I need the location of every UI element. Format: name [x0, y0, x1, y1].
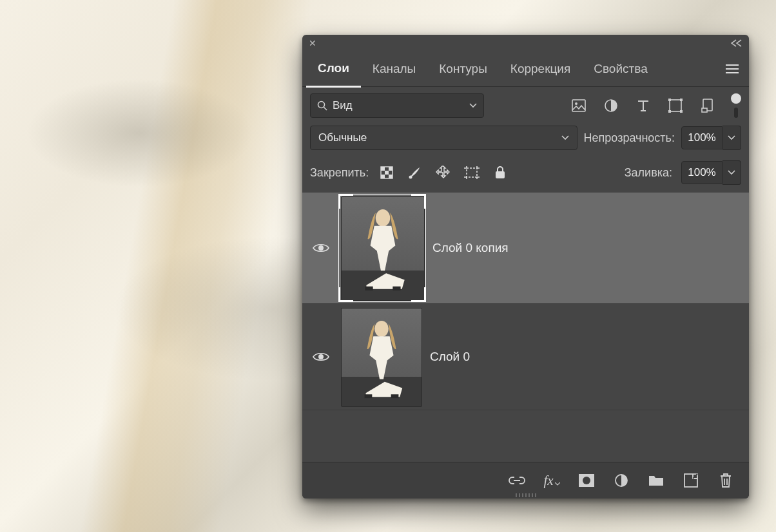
svg-line-1: [324, 108, 327, 111]
svg-rect-27: [365, 394, 373, 398]
filter-type-icon[interactable]: [632, 94, 655, 117]
svg-rect-9: [680, 110, 683, 113]
visibility-icon[interactable]: [310, 242, 332, 254]
collapse-icon[interactable]: [731, 39, 742, 47]
fill-value[interactable]: 100%: [681, 161, 723, 184]
panel-tabs: Слои Каналы Контуры Коррекция Свойства: [302, 52, 749, 87]
opacity-field[interactable]: 100%: [681, 126, 741, 150]
svg-rect-7: [680, 99, 683, 101]
svg-point-0: [318, 102, 325, 108]
svg-point-26: [374, 321, 389, 337]
svg-rect-15: [385, 171, 389, 175]
tab-label: Свойства: [594, 62, 647, 76]
svg-rect-11: [702, 108, 707, 112]
svg-rect-2: [572, 100, 585, 111]
fill-label: Заливка:: [625, 166, 672, 180]
fill-field[interactable]: 100%: [681, 160, 741, 185]
filter-row: Вид: [302, 87, 749, 124]
opacity-label: Непрозрачность:: [584, 131, 675, 145]
new-layer-icon[interactable]: [682, 471, 700, 489]
tab-channels[interactable]: Каналы: [361, 52, 427, 86]
svg-rect-28: [391, 394, 399, 398]
svg-rect-24: [393, 287, 400, 290]
layer-filter-dropdown[interactable]: Вид: [310, 93, 484, 118]
filter-adjustment-icon[interactable]: [599, 94, 623, 117]
opacity-value[interactable]: 100%: [681, 126, 723, 149]
fx-icon[interactable]: fx: [543, 471, 561, 489]
svg-point-30: [583, 477, 590, 484]
svg-point-22: [376, 209, 390, 227]
filter-shape-icon[interactable]: [664, 94, 687, 117]
adjustment-icon[interactable]: [612, 471, 630, 489]
svg-rect-23: [365, 287, 373, 290]
chevron-down-icon[interactable]: [723, 160, 741, 185]
layer-thumbnail[interactable]: [341, 196, 423, 299]
panel-menu-icon[interactable]: [719, 64, 745, 73]
lock-icons: [378, 164, 509, 182]
svg-point-25: [318, 354, 324, 359]
svg-rect-20: [496, 171, 505, 178]
chevron-down-icon[interactable]: [723, 126, 741, 150]
tab-layers[interactable]: Слои: [306, 51, 361, 88]
chevron-down-icon: [561, 135, 569, 140]
toggle-knob: [731, 93, 741, 104]
svg-rect-13: [381, 167, 385, 171]
svg-rect-5: [670, 100, 681, 111]
layers-list: Слой 0 копия: [302, 193, 749, 462]
layer-thumbnail[interactable]: [341, 308, 421, 406]
lock-artboard-icon[interactable]: [463, 164, 481, 182]
tab-label: Коррекция: [510, 62, 570, 76]
tab-paths[interactable]: Контуры: [427, 52, 499, 86]
svg-rect-19: [467, 168, 477, 177]
svg-rect-17: [389, 175, 393, 178]
filter-label: Вид: [333, 99, 353, 112]
chevron-down-icon: [469, 103, 477, 108]
svg-rect-6: [668, 99, 671, 101]
lock-row: Закрепить: Заливка: 100%: [302, 157, 749, 193]
blend-mode-dropdown[interactable]: Обычные: [310, 126, 577, 150]
svg-rect-14: [389, 167, 393, 171]
tab-label: Контуры: [439, 62, 487, 76]
tab-label: Каналы: [373, 62, 416, 76]
lock-pixels-icon[interactable]: [378, 164, 396, 182]
canvas-background: ✕ Слои Каналы Контуры Коррекция Свойства…: [0, 0, 776, 532]
layer-row[interactable]: Слой 0 копия: [302, 193, 749, 304]
lock-move-icon[interactable]: [434, 164, 452, 182]
blend-row: Обычные Непрозрачность: 100%: [302, 124, 749, 157]
layer-row[interactable]: Слой 0: [302, 304, 749, 410]
svg-rect-16: [381, 175, 385, 178]
layer-name[interactable]: Слой 0 копия: [432, 241, 509, 255]
link-icon[interactable]: [508, 471, 526, 489]
thumbnail-content: [353, 206, 412, 292]
svg-point-18: [409, 176, 412, 179]
svg-rect-8: [668, 110, 671, 113]
lock-all-icon[interactable]: [491, 164, 509, 182]
filter-image-icon[interactable]: [567, 94, 590, 117]
blend-mode-value: Обычные: [318, 131, 367, 144]
thumbnail-content: [353, 318, 410, 399]
lock-brush-icon[interactable]: [406, 164, 424, 182]
svg-point-21: [318, 245, 324, 251]
tab-label: Слои: [318, 61, 349, 75]
layer-name[interactable]: Слой 0: [430, 350, 470, 364]
tab-adjustments[interactable]: Коррекция: [499, 52, 582, 86]
visibility-icon[interactable]: [310, 351, 332, 363]
mask-icon[interactable]: [577, 471, 596, 489]
tab-properties[interactable]: Свойства: [582, 52, 659, 86]
search-icon: [317, 100, 327, 111]
toggle-track: [734, 108, 738, 118]
panel-titlebar: ✕: [302, 35, 749, 52]
svg-point-3: [575, 102, 577, 105]
trash-icon[interactable]: [717, 471, 735, 489]
layers-panel: ✕ Слои Каналы Контуры Коррекция Свойства…: [302, 35, 749, 499]
close-icon[interactable]: ✕: [309, 38, 316, 48]
filter-smart-icon[interactable]: [696, 94, 719, 117]
lock-label: Закрепить:: [310, 166, 369, 180]
group-icon[interactable]: [647, 471, 665, 489]
filter-toggle[interactable]: [731, 93, 741, 118]
resize-grip[interactable]: [516, 493, 536, 497]
